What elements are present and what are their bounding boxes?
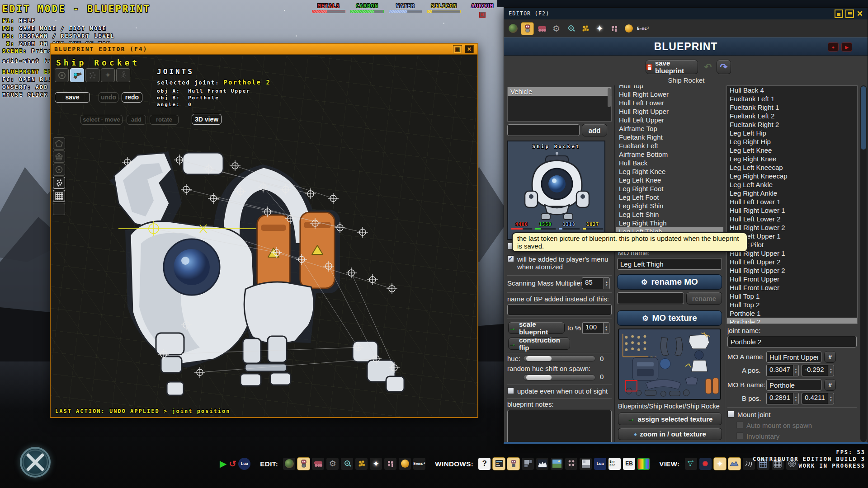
save-button[interactable]: save <box>55 92 90 103</box>
list-item[interactable]: Hull Right Upper <box>616 107 723 116</box>
list-item[interactable]: Hull Right Upper 2 <box>727 266 857 275</box>
burst-icon[interactable]: ✦ <box>594 23 606 35</box>
group-listbox[interactable]: Vehicle <box>507 87 612 122</box>
scanning-mass-stepper[interactable]: 85▲▼ <box>582 277 610 289</box>
tool-burst-icon[interactable]: ✦ <box>101 68 115 82</box>
list-item[interactable]: Hull Top 2 <box>727 300 857 309</box>
node-icon[interactable] <box>565 23 577 35</box>
edit-burst-icon[interactable]: ✦ <box>370 458 382 470</box>
list-item[interactable]: Hull Left Lower <box>616 99 723 107</box>
list-item[interactable]: Leg Left Knee <box>616 176 723 184</box>
add-group-button[interactable]: add <box>582 124 607 136</box>
palette-window-icon[interactable] <box>637 458 650 470</box>
hue-slider[interactable] <box>523 356 595 361</box>
blueprint-canvas[interactable] <box>51 108 477 408</box>
emc-icon[interactable]: E=mc² <box>637 23 649 35</box>
edit-rover-icon[interactable] <box>312 458 324 470</box>
list-item[interactable]: Fueltank Right 2 <box>727 120 857 129</box>
update-out-of-sight-row[interactable]: update even when out of sight <box>507 387 613 395</box>
b-pos-y-stepper[interactable]: 0.4211▲▼ <box>802 393 834 404</box>
mo-name-input[interactable] <box>617 258 722 270</box>
edit-gold-icon[interactable] <box>355 458 368 470</box>
edit-robot-icon[interactable] <box>297 458 310 470</box>
list-item[interactable]: Leg Right Kneecap <box>727 172 857 180</box>
landscape-window-icon[interactable] <box>551 458 563 470</box>
rename-input[interactable] <box>617 292 684 304</box>
mount-joint-row[interactable]: Mount joint <box>727 411 770 418</box>
view-terrain-icon[interactable] <box>728 458 741 470</box>
blueprint-editor-titlebar[interactable]: BLUEPRINT EDITOR (F4) ▣ ✕ <box>51 44 477 55</box>
list-item[interactable]: Leg Left Kneecap <box>727 163 857 172</box>
edit-node-icon[interactable] <box>341 458 353 470</box>
dither-window-icon[interactable] <box>580 458 592 470</box>
undo-blueprint-icon[interactable]: ↶ <box>701 60 715 74</box>
faction-emblem[interactable] <box>20 447 51 478</box>
b-pos-x-stepper[interactable]: 0.2891▲▼ <box>766 393 799 404</box>
tool-particles-icon[interactable] <box>85 68 99 82</box>
tool-runner-icon[interactable] <box>116 68 130 82</box>
rename-mo-header[interactable]: ⚙rename MO <box>617 274 722 290</box>
people-window-icon[interactable] <box>565 458 577 470</box>
bp-name-input[interactable] <box>507 304 612 315</box>
list-item[interactable]: Hull Right Lower 2 <box>727 223 857 232</box>
list-item[interactable]: Hull Front Upper <box>727 275 857 283</box>
list-item[interactable]: Hull Left Lower 2 <box>727 215 857 223</box>
robot-window-icon[interactable] <box>507 458 519 470</box>
tool-joint-arm-icon[interactable] <box>70 68 84 82</box>
texture-atlas-preview[interactable]: PNG <box>618 328 721 400</box>
checkbox-checked-icon[interactable]: ✓ <box>507 255 514 262</box>
joint-listbox[interactable]: Hull Back 4Fueltank Left 1Fueltank Right… <box>726 85 858 324</box>
edit-gear-icon[interactable]: ⚙ <box>326 458 339 470</box>
play-icon[interactable]: ▶ <box>841 42 852 52</box>
list-item[interactable]: Fueltank Right 1 <box>727 103 857 112</box>
atomized-checkbox-row[interactable]: ✓ will be added to player's menu when at… <box>507 255 611 271</box>
list-item[interactable]: Porthole 1 <box>727 309 857 318</box>
restart-icon[interactable]: ↺ <box>229 459 236 469</box>
mo-listbox[interactable]: Hull TopHull Right LowerHull Left LowerH… <box>616 85 723 234</box>
list-item[interactable]: Hull Back <box>616 159 723 167</box>
mo-a-input[interactable] <box>766 351 821 363</box>
list-item[interactable]: Hull Left Lower 1 <box>727 197 857 206</box>
undo-button[interactable]: undo <box>99 92 118 103</box>
lua-icon[interactable]: Lua <box>238 458 250 470</box>
list-item[interactable]: Airframe Bottom <box>616 150 723 159</box>
list-item[interactable]: Leg Left Ankle <box>727 180 857 189</box>
view-target-icon[interactable] <box>699 458 712 470</box>
eb-window-icon[interactable]: EB <box>623 458 635 470</box>
checkbox-icon[interactable] <box>727 411 734 418</box>
list-item[interactable]: Vehicle <box>508 87 611 96</box>
a-pos-x-stepper[interactable]: 0.3047▲▼ <box>766 365 799 376</box>
group-name-input[interactable] <box>507 124 580 136</box>
list-item[interactable]: Hull Left Upper <box>616 116 723 124</box>
list-item[interactable]: Leg Right Shin <box>616 202 723 210</box>
panels-window-icon[interactable] <box>522 458 534 470</box>
panel-scrollbar[interactable] <box>860 85 867 442</box>
minimize-icon[interactable] <box>835 9 843 18</box>
hue-shift-slider[interactable] <box>523 375 595 380</box>
list-item[interactable]: Hull Back 4 <box>727 86 857 94</box>
planet-icon[interactable] <box>507 23 519 35</box>
rename-button[interactable]: rename <box>686 292 722 305</box>
play-icon[interactable]: ▶ <box>220 458 226 469</box>
list-window-icon[interactable] <box>493 458 505 470</box>
edit-emc-icon[interactable]: E=mc² <box>413 458 425 470</box>
gear-icon[interactable]: ⚙ <box>550 23 562 35</box>
orb-icon[interactable] <box>623 23 635 35</box>
list-item[interactable]: Leg Left Foot <box>616 193 723 202</box>
scale-blueprint-button[interactable]: →scale blueprint <box>508 322 565 334</box>
list-item[interactable]: Hull Top 1 <box>727 292 857 300</box>
list-item[interactable]: Leg Right Foot <box>616 184 723 193</box>
figures-icon[interactable] <box>608 23 620 35</box>
list-item[interactable]: Leg Right Knee <box>616 167 723 176</box>
robot-icon[interactable] <box>521 23 533 35</box>
auto-mount-row[interactable]: Auto mount on spawn <box>736 422 812 429</box>
restore-icon[interactable]: ▣ <box>453 45 462 53</box>
save-blueprint-button[interactable]: save blueprint <box>646 60 698 74</box>
edit-planet-icon[interactable] <box>283 458 295 470</box>
scrollbar-thumb[interactable] <box>861 86 866 150</box>
blueprint-notes-textarea[interactable] <box>507 410 612 442</box>
joint-name-input[interactable] <box>727 336 857 347</box>
list-item[interactable]: Leg Right Thigh <box>616 219 723 227</box>
view-nodes-icon[interactable] <box>685 458 697 470</box>
redo-button[interactable]: redo <box>122 92 142 103</box>
